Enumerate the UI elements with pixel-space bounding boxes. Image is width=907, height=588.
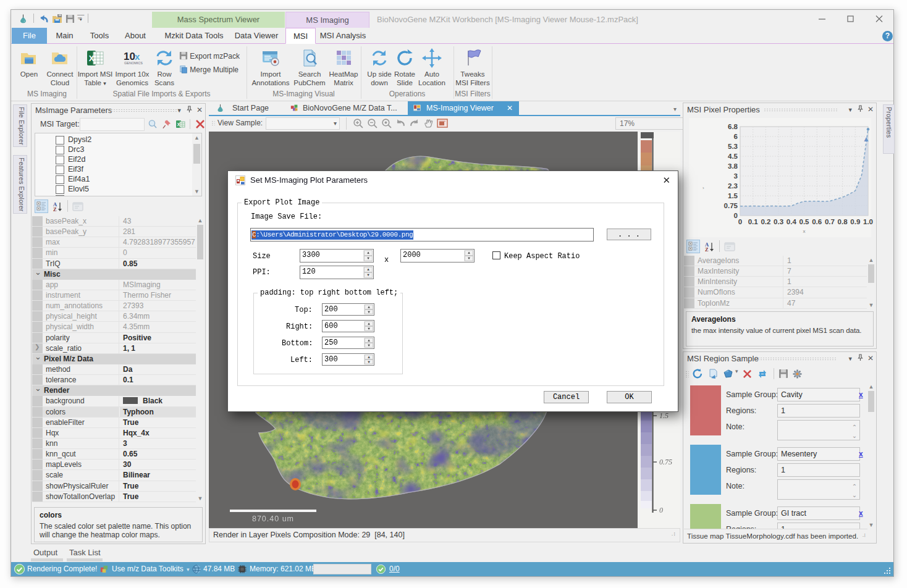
svg-text:GENOMICS: GENOMICS [124,61,143,65]
svg-text:Z: Z [705,246,709,252]
svg-text:X: X [177,122,180,127]
svg-text:x: x [135,51,140,62]
svg-text:870.40 um: 870.40 um [252,514,294,523]
svg-text:0.1: 0.1 [748,218,759,225]
svg-text:0.8: 0.8 [838,218,848,225]
svg-text:1.5: 1.5 [728,192,738,200]
svg-text:6: 6 [734,133,738,140]
svg-text:x: x [803,229,806,234]
svg-text:0.5: 0.5 [799,218,810,225]
svg-text:0.75: 0.75 [724,202,738,209]
svg-text:0.75: 0.75 [659,458,672,466]
svg-text:0.6: 0.6 [812,218,822,225]
svg-text:6.8: 6.8 [728,123,738,130]
svg-text:X: X [89,54,95,63]
svg-text:0: 0 [659,506,663,514]
svg-text:0.9: 0.9 [850,218,860,225]
svg-text:4.5: 4.5 [728,153,738,160]
svg-text:3: 3 [734,172,738,180]
svg-text:0: 0 [738,218,742,225]
svg-text:1.5: 1.5 [659,411,669,420]
svg-text:1.0: 1.0 [863,218,873,225]
svg-text:›: › [702,185,704,191]
svg-text:0: 0 [734,212,738,219]
svg-text:5.3: 5.3 [728,143,738,150]
svg-text:0.2: 0.2 [761,218,770,225]
svg-text:3.8: 3.8 [728,162,738,170]
svg-text:0.7: 0.7 [825,218,835,225]
svg-text:0.4: 0.4 [787,218,797,225]
svg-text:2.3: 2.3 [728,182,738,190]
svg-text:0.3: 0.3 [774,218,783,225]
svg-text:Z: Z [53,206,57,212]
